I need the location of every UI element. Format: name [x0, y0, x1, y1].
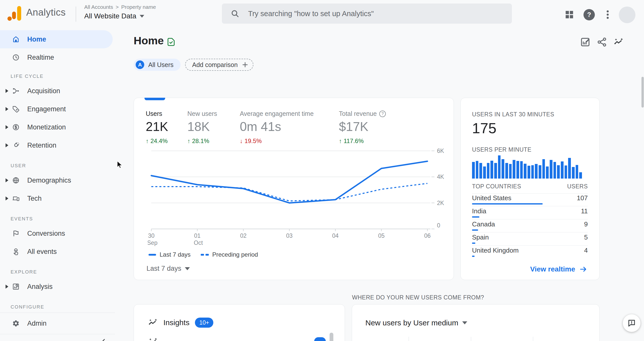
users-trend-chart[interactable]: 02K4K6K30Sep01Oct0203040506 [148, 147, 449, 248]
metric-total-revenue[interactable]: Total revenue?$17K↑ 117.6% [339, 110, 415, 145]
sidebar-item-monetization[interactable]: Monetization [0, 118, 115, 136]
segment-initial-badge: A [136, 60, 144, 69]
minute-bar [553, 162, 556, 179]
conversions-flag-icon [12, 230, 20, 237]
sidebar-section-configure: CONFIGURE [11, 304, 115, 310]
chevron-down-icon [140, 15, 144, 18]
sidebar-item-acquisition[interactable]: Acquisition [0, 82, 115, 100]
country-users-value: 11 [581, 207, 588, 215]
svg-text:0: 0 [437, 222, 440, 229]
sidebar-item-tech[interactable]: Tech [0, 189, 115, 208]
sidebar-item-demographics[interactable]: Demographics [0, 171, 115, 189]
minute-bar [494, 163, 497, 179]
avatar[interactable] [619, 7, 635, 23]
app-header: Analytics All Accounts > Property name A… [0, 0, 644, 28]
breadcrumb-all-accounts[interactable]: All Accounts [84, 4, 113, 10]
minute-bar [531, 165, 534, 179]
admin-gear-icon [12, 320, 20, 327]
gridline [533, 337, 533, 341]
new-users-section-heading: WHERE DO YOUR NEW USERS COME FROM? [352, 294, 484, 301]
svg-text:Oct: Oct [194, 240, 203, 246]
country-bar [472, 229, 478, 231]
customize-report-icon[interactable] [580, 37, 591, 47]
all-events-tap-icon [12, 248, 20, 255]
expand-arrow-icon[interactable] [6, 285, 8, 289]
all-users-chip[interactable]: A All Users [134, 59, 181, 71]
expand-arrow-icon[interactable] [6, 143, 8, 147]
sidebar: HomeRealtimeLIFE CYCLEAcquisitionEngagem… [0, 28, 115, 341]
metric-average-engagement-time[interactable]: Average engagement time0m 41s↓ 19.5% [240, 110, 339, 145]
minute-bar [542, 159, 545, 179]
expand-arrow-icon[interactable] [6, 178, 8, 182]
insights-icon[interactable] [613, 37, 624, 47]
add-comparison-button[interactable]: Add comparison [185, 59, 253, 71]
feedback-button[interactable] [623, 314, 640, 332]
breadcrumb-property-name[interactable]: Property name [121, 4, 156, 10]
all-users-chip-label: All Users [148, 61, 173, 69]
sidebar-item-analysis[interactable]: Analysis [0, 278, 115, 296]
realtime-user-count: 175 [472, 120, 496, 137]
minute-bar [576, 165, 578, 179]
metric-delta: ↓ 19.5% [240, 138, 339, 145]
insight-item-badge [314, 337, 326, 341]
demographics-globe-icon [12, 177, 20, 184]
expand-arrow-icon[interactable] [6, 125, 8, 129]
sidebar-item-engagement[interactable]: Engagement [0, 100, 115, 118]
country-bar [472, 243, 475, 244]
sidebar-item-label: Home [27, 36, 46, 43]
share-icon[interactable] [597, 37, 607, 47]
collapse-sidebar-icon[interactable] [100, 337, 107, 341]
minute-bar [505, 163, 508, 179]
chart-legend: Last 7 days Preceding period [149, 251, 258, 258]
minute-bar [557, 165, 560, 179]
top-countries-column: TOP COUNTRIES [472, 183, 521, 190]
legend-label: Preceding period [212, 251, 258, 258]
insights-count-badge: 10+ [195, 318, 213, 328]
sidebar-item-retention[interactable]: Retention [0, 136, 115, 154]
search-bar[interactable] [222, 4, 512, 24]
metric-summary-row: Users21K↑ 24.4%New users18K↑ 28.1%Averag… [146, 110, 415, 145]
expand-arrow-icon[interactable] [6, 196, 8, 200]
country-name: Spain [472, 233, 489, 241]
new-users-dimension-selector[interactable]: New users by User medium [365, 319, 467, 327]
help-icon[interactable]: ? [379, 111, 386, 117]
legend-preceding-period: Preceding period [201, 251, 258, 258]
legend-last-7-days: Last 7 days [149, 251, 191, 258]
arrow-right-icon [579, 265, 587, 273]
page-scrollbar[interactable] [641, 77, 644, 108]
sidebar-item-conversions[interactable]: Conversions [0, 224, 115, 243]
metric-label: Total revenue [339, 110, 377, 117]
realtime-card: USERS IN LAST 30 MINUTES 175 USERS PER M… [460, 98, 600, 280]
property-selector[interactable]: All Website Data [84, 12, 144, 20]
expand-arrow-icon[interactable] [6, 89, 8, 93]
users-per-minute-label: USERS PER MINUTE [472, 146, 531, 153]
page-title: Home [134, 35, 164, 47]
metric-new-users[interactable]: New users18K↑ 28.1% [187, 110, 240, 145]
more-vertical-icon[interactable] [602, 9, 613, 20]
insights-scrollbar[interactable] [330, 333, 333, 341]
metric-users[interactable]: Users21K↑ 24.4% [146, 110, 187, 145]
date-range-label: Last 7 days [147, 265, 181, 272]
insights-card: Insights 10+ [134, 304, 345, 341]
insight-item-sparkle-icon [148, 337, 158, 341]
sidebar-item-label: Monetization [27, 123, 66, 131]
sidebar-item-admin[interactable]: Admin [0, 314, 115, 332]
help-icon[interactable]: ? [583, 9, 595, 20]
sidebar-item-all-events[interactable]: All events [0, 243, 115, 261]
sidebar-item-realtime[interactable]: Realtime [0, 48, 115, 66]
country-users-value: 107 [577, 194, 588, 202]
sidebar-divider [0, 313, 115, 313]
search-input[interactable] [248, 10, 507, 18]
sidebar-item-home[interactable]: Home [0, 30, 113, 48]
country-users-value: 4 [584, 247, 588, 254]
minute-bar [498, 155, 501, 179]
view-realtime-link[interactable]: View realtime [530, 265, 587, 273]
minute-bar [490, 161, 493, 179]
apps-grid-icon[interactable] [564, 9, 575, 20]
country-row: Spain5 [472, 232, 588, 246]
country-name: Canada [472, 220, 495, 228]
country-name: India [472, 207, 486, 215]
date-range-selector[interactable]: Last 7 days [147, 265, 190, 272]
expand-arrow-icon[interactable] [6, 107, 8, 111]
svg-text:4K: 4K [437, 174, 444, 180]
